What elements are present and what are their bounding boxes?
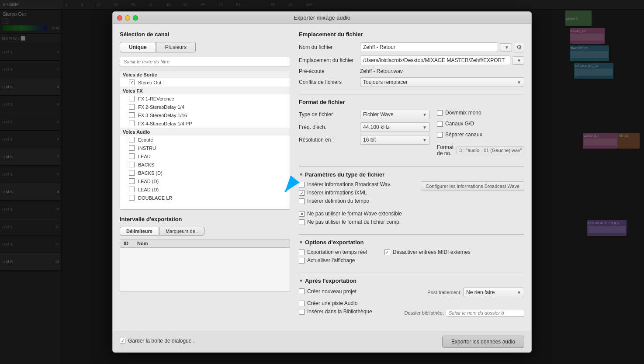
- toggle-arrow-icon: ▼: [299, 172, 303, 177]
- channel-backs-d[interactable]: BACKS (D): [120, 169, 290, 177]
- nouveau-projet-checkbox[interactable]: [299, 288, 305, 294]
- modal-title: Exporter mixage audio: [294, 14, 350, 21]
- separer-checkbox[interactable]: [437, 132, 443, 138]
- channel-fx1[interactable]: FX 1-REVerence: [120, 94, 290, 103]
- channel-checkbox-fx2[interactable]: [129, 104, 135, 110]
- broadcast-label: Insérer informations Broadcast Wav.: [307, 181, 391, 187]
- chevron-down-icon-5: ▼: [422, 125, 427, 130]
- left-panel: Sélection de canal Unique Plusieurs Voie…: [120, 31, 290, 324]
- export-options-toggle[interactable]: ▼ Options d'exportation: [299, 239, 524, 246]
- export-btn[interactable]: Exporter les données audio: [442, 336, 524, 348]
- comp-checkbox[interactable]: [299, 219, 305, 225]
- location-dropdown-btn[interactable]: ▼: [512, 56, 524, 65]
- file-type-dropdown[interactable]: Fichier Wave ▼: [360, 110, 430, 119]
- tab-plusieurs[interactable]: Plusieurs: [156, 42, 196, 52]
- resolution-dropdown[interactable]: 16 bit ▼: [360, 135, 430, 145]
- resolution-row: Résolution en : 16 bit ▼: [299, 135, 430, 145]
- wave-extensible-checkbox[interactable]: [299, 211, 305, 217]
- file-format-section: Format de fichier Type de fichier Fichie…: [299, 99, 524, 159]
- channel-checkbox-lead[interactable]: [129, 153, 135, 159]
- pre-ecoute-text: Zehff - Retour.wav: [360, 68, 403, 74]
- after-export-toggle[interactable]: ▼ Après l'exportation: [299, 277, 524, 284]
- filename-label: Nom du fichier: [299, 44, 360, 50]
- chevron-down-icon-2: ▼: [517, 58, 521, 63]
- broadcast-checkbox[interactable]: [299, 182, 305, 187]
- channel-checkbox-doublage[interactable]: [129, 195, 135, 201]
- channel-backs[interactable]: BACKS: [120, 160, 290, 169]
- desactiver-midi-checkbox[interactable]: [384, 250, 390, 255]
- chevron-down-icon-7: ▼: [517, 290, 521, 295]
- freq-dropdown[interactable]: 44.100 kHz ▼: [360, 122, 430, 132]
- group-voies-sortie: Voies de Sortie: [120, 70, 290, 78]
- file-type-params-section: ▼ Paramètres du type de fichier Insérer …: [299, 171, 524, 227]
- garder-checkbox[interactable]: [120, 338, 125, 343]
- channel-checkbox-stereo-out[interactable]: [129, 80, 135, 85]
- channel-ecoute[interactable]: Ecoute: [120, 135, 290, 144]
- actualiser-checkbox[interactable]: [299, 258, 305, 263]
- file-type-params-toggle[interactable]: ▼ Paramètres du type de fichier: [299, 171, 524, 178]
- interval-tab-group: Délimiteurs Marqueurs de .: [120, 227, 290, 236]
- divider-4: [299, 273, 524, 273]
- garder-row: Garder la boîte de dialogue .: [120, 338, 194, 344]
- channel-lead-d2[interactable]: LEAD (D): [120, 185, 290, 194]
- channel-lead-d1[interactable]: LEAD (D): [120, 177, 290, 185]
- filename-settings-btn[interactable]: ⚙: [514, 42, 524, 52]
- tab-delimiteurs[interactable]: Délimiteurs: [120, 227, 159, 236]
- file-type-row: Type de fichier Fichier Wave ▼: [299, 110, 430, 119]
- nouveau-projet-checkbox-row: Créer nouveau projet: [299, 288, 357, 295]
- file-type-params-right: Ne pas utiliser le format Wave extensibl…: [299, 211, 524, 227]
- channel-checkbox-lead-d2[interactable]: [129, 187, 135, 192]
- conflicts-value: Toujours remplacer ▼: [360, 77, 524, 87]
- tempo-row: Insérer définition du tempo: [299, 198, 416, 204]
- filename-row: Nom du fichier Zehff - Retour ▼ ⚙: [299, 42, 524, 52]
- channel-instru[interactable]: INSTRU: [120, 144, 290, 152]
- nouveau-projet-label: Créer nouveau projet: [307, 288, 357, 295]
- tab-unique[interactable]: Unique: [120, 42, 156, 52]
- channel-checkbox-fx1[interactable]: [129, 96, 135, 101]
- chevron-down-icon-4: ▼: [422, 112, 427, 117]
- channel-fx3[interactable]: FX 3-StereoDelay 1/16: [120, 111, 290, 119]
- bibliotheque-checkbox[interactable]: [299, 309, 305, 315]
- piste-audio-checkbox[interactable]: [299, 301, 305, 306]
- right-panel: Emplacement du fichier Nom du fichier Ze…: [290, 31, 524, 324]
- close-window-btn[interactable]: [117, 15, 122, 21]
- channel-fx4[interactable]: FX 4-StereoDelay 1/4 PP: [120, 119, 290, 128]
- channel-fx2[interactable]: FX 2-StereoDelay 1/4: [120, 103, 290, 111]
- filename-field[interactable]: Zehff - Retour: [360, 42, 498, 52]
- chevron-down-icon-6: ▼: [422, 138, 427, 142]
- filter-input[interactable]: [120, 57, 290, 66]
- channel-checkbox-backs-d[interactable]: [129, 170, 135, 176]
- post-traitement-dropdown[interactable]: Ne rien faire ▼: [463, 288, 524, 297]
- channel-checkbox-fx3[interactable]: [129, 112, 135, 118]
- minimize-window-btn[interactable]: [125, 15, 130, 21]
- channel-checkbox-ecoute[interactable]: [129, 137, 135, 142]
- tab-marqueurs[interactable]: Marqueurs de .: [159, 227, 204, 236]
- channel-checkbox-backs[interactable]: [129, 162, 135, 167]
- canaux-checkbox[interactable]: [437, 121, 443, 127]
- location-field[interactable]: /Users/loiclacroix/Desktop/MIXAGE MASTER…: [360, 55, 510, 65]
- downmix-row: Downmix mono: [437, 110, 524, 116]
- downmix-checkbox[interactable]: [437, 110, 443, 116]
- channel-selection-section: Sélection de canal Unique Plusieurs Voie…: [120, 31, 290, 210]
- channel-lead[interactable]: LEAD: [120, 152, 290, 160]
- actualiser-row: Actualiser l'affichage: [299, 257, 367, 263]
- maximize-window-btn[interactable]: [133, 15, 138, 21]
- ixml-checkbox[interactable]: [299, 190, 305, 196]
- conflicts-dropdown[interactable]: Toujours remplacer ▼: [360, 77, 524, 87]
- freq-label: Fréq. d'éch.: [299, 124, 360, 130]
- conflicts-dropdown-text: Toujours remplacer: [363, 79, 408, 85]
- channel-checkbox-instru[interactable]: [129, 145, 135, 151]
- channel-stereo-out[interactable]: Stereo Out: [120, 78, 290, 87]
- tempo-checkbox[interactable]: [299, 198, 305, 204]
- wave-extensible-label: Ne pas utiliser le format Wave extensibl…: [307, 211, 402, 217]
- channel-checkbox-fx4[interactable]: [129, 121, 135, 126]
- filename-dropdown-btn[interactable]: ▼: [500, 43, 512, 52]
- channel-doublage[interactable]: DOUBLAGE LR: [120, 194, 290, 202]
- broadcast-wave-btn[interactable]: Configurer les informations Broadcast Wa…: [421, 181, 524, 191]
- temps-reel-checkbox[interactable]: [299, 250, 305, 255]
- channel-checkbox-lead-d1[interactable]: [129, 178, 135, 184]
- dossier-input[interactable]: [446, 309, 524, 317]
- channel-list[interactable]: Voies de Sortie Stereo Out Voies FX FX 1…: [120, 70, 290, 210]
- location-label: Emplacement du fichier: [299, 57, 360, 63]
- nouveau-projet-row: Créer nouveau projet Post-traitement: Ne…: [299, 288, 524, 297]
